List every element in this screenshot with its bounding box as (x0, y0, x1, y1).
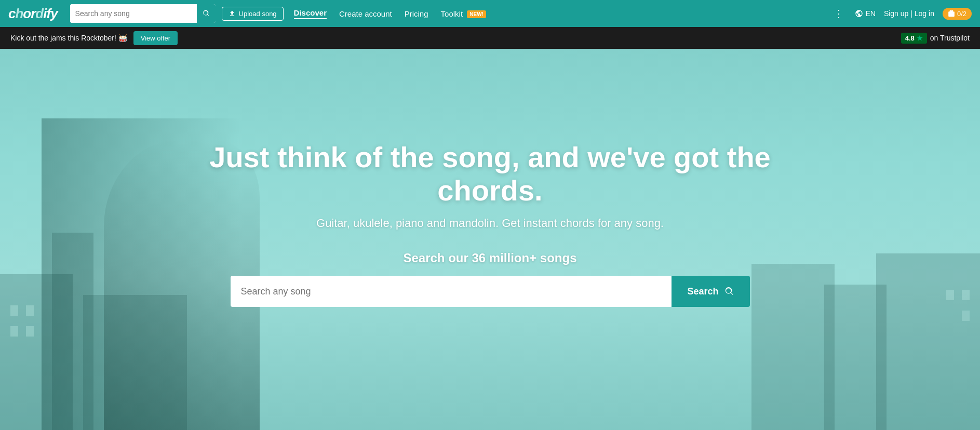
trustpilot-label: on Trustpilot (930, 34, 970, 42)
hero-subtitle: Guitar, ukulele, piano and mandolin. Get… (179, 217, 802, 230)
upload-label: Upload song (239, 10, 277, 18)
nav-create-account[interactable]: Create account (339, 9, 392, 18)
toolkit-badge: NEW! (467, 10, 486, 18)
nav-search-icon (202, 9, 210, 18)
hero-search-label: Search our 36 million+ songs (179, 251, 802, 265)
search-button-label: Search (687, 286, 718, 297)
language-label: EN (865, 9, 875, 18)
more-options-button[interactable]: ⋮ (829, 5, 849, 22)
upload-icon (229, 10, 236, 17)
cart-count: 0/2 (957, 10, 966, 18)
nav-discover[interactable]: Discover (294, 8, 327, 19)
nav-search-wrapper (70, 4, 216, 23)
globe-icon (855, 9, 863, 18)
trustpilot-score: 4.8 ★ (901, 33, 927, 44)
language-selector[interactable]: EN (855, 9, 875, 18)
hero-search-row: Search (231, 276, 750, 307)
cart-button[interactable]: 0/2 (943, 8, 972, 20)
promo-bar: Kick out the jams this Rocktober! 🥁 View… (0, 27, 980, 49)
navbar: chordify Upload song Discover Create acc… (0, 0, 980, 27)
nav-toolkit[interactable]: Toolkit NEW! (441, 9, 486, 18)
hero-section: Just think of the song, and we've got th… (0, 49, 980, 430)
logo[interactable]: chordify (8, 6, 58, 22)
toolkit-label: Toolkit (441, 9, 463, 18)
upload-song-button[interactable]: Upload song (222, 7, 284, 21)
hero-content: Just think of the song, and we've got th… (168, 141, 812, 307)
trustpilot-badge: 4.8 ★ on Trustpilot (901, 33, 970, 44)
hero-title: Just think of the song, and we've got th… (179, 141, 802, 208)
hero-search-input[interactable] (231, 276, 672, 307)
nav-pricing[interactable]: Pricing (405, 9, 428, 18)
view-offer-button[interactable]: View offer (133, 31, 178, 45)
hero-search-button[interactable]: Search (672, 276, 749, 307)
nav-right: EN Sign up | Log in 0/2 (855, 8, 972, 20)
signin-link[interactable]: Sign up | Log in (884, 9, 934, 18)
gift-icon (948, 10, 955, 17)
hero-search-icon (724, 286, 734, 297)
nav-search-button[interactable] (197, 4, 216, 23)
nav-links: Discover Create account Pricing Toolkit … (294, 8, 486, 19)
score-value: 4.8 (905, 34, 915, 42)
star-icon: ★ (917, 34, 923, 42)
promo-text: Kick out the jams this Rocktober! 🥁 (10, 34, 127, 42)
nav-search-input[interactable] (70, 4, 197, 23)
